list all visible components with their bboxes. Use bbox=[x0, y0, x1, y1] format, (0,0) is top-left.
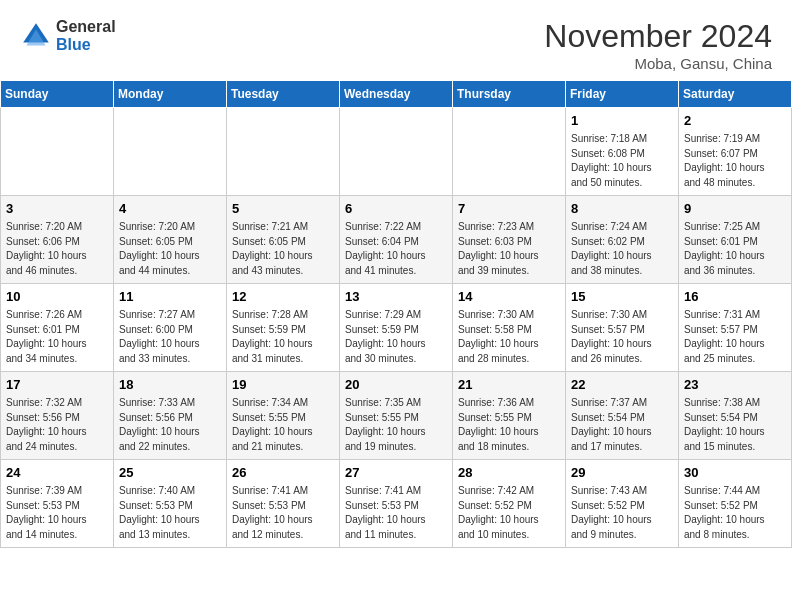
day-info: Sunrise: 7:32 AM Sunset: 5:56 PM Dayligh… bbox=[6, 396, 108, 454]
weekday-header: Wednesday bbox=[340, 81, 453, 108]
day-number: 27 bbox=[345, 464, 447, 482]
calendar-day-cell bbox=[114, 108, 227, 196]
page-header: General Blue November 2024 Moba, Gansu, … bbox=[0, 0, 792, 80]
calendar-day-cell: 6Sunrise: 7:22 AM Sunset: 6:04 PM Daylig… bbox=[340, 196, 453, 284]
day-info: Sunrise: 7:39 AM Sunset: 5:53 PM Dayligh… bbox=[6, 484, 108, 542]
day-number: 25 bbox=[119, 464, 221, 482]
calendar-day-cell bbox=[1, 108, 114, 196]
day-number: 10 bbox=[6, 288, 108, 306]
calendar-table: SundayMondayTuesdayWednesdayThursdayFrid… bbox=[0, 80, 792, 548]
day-number: 15 bbox=[571, 288, 673, 306]
day-info: Sunrise: 7:35 AM Sunset: 5:55 PM Dayligh… bbox=[345, 396, 447, 454]
day-info: Sunrise: 7:26 AM Sunset: 6:01 PM Dayligh… bbox=[6, 308, 108, 366]
calendar-day-cell: 12Sunrise: 7:28 AM Sunset: 5:59 PM Dayli… bbox=[227, 284, 340, 372]
day-info: Sunrise: 7:38 AM Sunset: 5:54 PM Dayligh… bbox=[684, 396, 786, 454]
day-number: 11 bbox=[119, 288, 221, 306]
weekday-header: Tuesday bbox=[227, 81, 340, 108]
calendar-day-cell: 28Sunrise: 7:42 AM Sunset: 5:52 PM Dayli… bbox=[453, 460, 566, 548]
calendar-day-cell: 9Sunrise: 7:25 AM Sunset: 6:01 PM Daylig… bbox=[679, 196, 792, 284]
day-info: Sunrise: 7:43 AM Sunset: 5:52 PM Dayligh… bbox=[571, 484, 673, 542]
day-number: 9 bbox=[684, 200, 786, 218]
calendar-day-cell: 29Sunrise: 7:43 AM Sunset: 5:52 PM Dayli… bbox=[566, 460, 679, 548]
day-number: 4 bbox=[119, 200, 221, 218]
day-info: Sunrise: 7:41 AM Sunset: 5:53 PM Dayligh… bbox=[232, 484, 334, 542]
calendar-day-cell: 8Sunrise: 7:24 AM Sunset: 6:02 PM Daylig… bbox=[566, 196, 679, 284]
day-info: Sunrise: 7:37 AM Sunset: 5:54 PM Dayligh… bbox=[571, 396, 673, 454]
calendar-day-cell: 10Sunrise: 7:26 AM Sunset: 6:01 PM Dayli… bbox=[1, 284, 114, 372]
calendar-header-row: SundayMondayTuesdayWednesdayThursdayFrid… bbox=[1, 81, 792, 108]
calendar-day-cell: 20Sunrise: 7:35 AM Sunset: 5:55 PM Dayli… bbox=[340, 372, 453, 460]
day-number: 26 bbox=[232, 464, 334, 482]
day-info: Sunrise: 7:28 AM Sunset: 5:59 PM Dayligh… bbox=[232, 308, 334, 366]
calendar-day-cell: 14Sunrise: 7:30 AM Sunset: 5:58 PM Dayli… bbox=[453, 284, 566, 372]
day-info: Sunrise: 7:19 AM Sunset: 6:07 PM Dayligh… bbox=[684, 132, 786, 190]
day-number: 13 bbox=[345, 288, 447, 306]
calendar-day-cell: 19Sunrise: 7:34 AM Sunset: 5:55 PM Dayli… bbox=[227, 372, 340, 460]
calendar-day-cell bbox=[453, 108, 566, 196]
day-number: 12 bbox=[232, 288, 334, 306]
weekday-header: Sunday bbox=[1, 81, 114, 108]
day-info: Sunrise: 7:41 AM Sunset: 5:53 PM Dayligh… bbox=[345, 484, 447, 542]
day-number: 3 bbox=[6, 200, 108, 218]
day-number: 17 bbox=[6, 376, 108, 394]
calendar-day-cell: 7Sunrise: 7:23 AM Sunset: 6:03 PM Daylig… bbox=[453, 196, 566, 284]
calendar-day-cell: 5Sunrise: 7:21 AM Sunset: 6:05 PM Daylig… bbox=[227, 196, 340, 284]
logo-blue-text: Blue bbox=[56, 36, 116, 54]
title-block: November 2024 Moba, Gansu, China bbox=[544, 18, 772, 72]
calendar-week-row: 17Sunrise: 7:32 AM Sunset: 5:56 PM Dayli… bbox=[1, 372, 792, 460]
day-info: Sunrise: 7:31 AM Sunset: 5:57 PM Dayligh… bbox=[684, 308, 786, 366]
calendar-day-cell: 22Sunrise: 7:37 AM Sunset: 5:54 PM Dayli… bbox=[566, 372, 679, 460]
day-info: Sunrise: 7:33 AM Sunset: 5:56 PM Dayligh… bbox=[119, 396, 221, 454]
logo: General Blue bbox=[20, 18, 116, 53]
calendar-day-cell: 3Sunrise: 7:20 AM Sunset: 6:06 PM Daylig… bbox=[1, 196, 114, 284]
day-info: Sunrise: 7:21 AM Sunset: 6:05 PM Dayligh… bbox=[232, 220, 334, 278]
day-info: Sunrise: 7:23 AM Sunset: 6:03 PM Dayligh… bbox=[458, 220, 560, 278]
calendar-week-row: 1Sunrise: 7:18 AM Sunset: 6:08 PM Daylig… bbox=[1, 108, 792, 196]
day-info: Sunrise: 7:18 AM Sunset: 6:08 PM Dayligh… bbox=[571, 132, 673, 190]
day-number: 18 bbox=[119, 376, 221, 394]
calendar-day-cell: 23Sunrise: 7:38 AM Sunset: 5:54 PM Dayli… bbox=[679, 372, 792, 460]
month-title: November 2024 bbox=[544, 18, 772, 55]
day-number: 28 bbox=[458, 464, 560, 482]
weekday-header: Thursday bbox=[453, 81, 566, 108]
weekday-header: Monday bbox=[114, 81, 227, 108]
calendar-week-row: 10Sunrise: 7:26 AM Sunset: 6:01 PM Dayli… bbox=[1, 284, 792, 372]
calendar-day-cell: 17Sunrise: 7:32 AM Sunset: 5:56 PM Dayli… bbox=[1, 372, 114, 460]
day-number: 20 bbox=[345, 376, 447, 394]
calendar-day-cell: 18Sunrise: 7:33 AM Sunset: 5:56 PM Dayli… bbox=[114, 372, 227, 460]
calendar-day-cell: 1Sunrise: 7:18 AM Sunset: 6:08 PM Daylig… bbox=[566, 108, 679, 196]
calendar-day-cell: 30Sunrise: 7:44 AM Sunset: 5:52 PM Dayli… bbox=[679, 460, 792, 548]
day-info: Sunrise: 7:22 AM Sunset: 6:04 PM Dayligh… bbox=[345, 220, 447, 278]
day-number: 30 bbox=[684, 464, 786, 482]
day-number: 1 bbox=[571, 112, 673, 130]
day-number: 21 bbox=[458, 376, 560, 394]
calendar-day-cell: 24Sunrise: 7:39 AM Sunset: 5:53 PM Dayli… bbox=[1, 460, 114, 548]
day-info: Sunrise: 7:42 AM Sunset: 5:52 PM Dayligh… bbox=[458, 484, 560, 542]
calendar-day-cell: 13Sunrise: 7:29 AM Sunset: 5:59 PM Dayli… bbox=[340, 284, 453, 372]
day-number: 24 bbox=[6, 464, 108, 482]
day-number: 22 bbox=[571, 376, 673, 394]
location-text: Moba, Gansu, China bbox=[544, 55, 772, 72]
day-number: 19 bbox=[232, 376, 334, 394]
calendar-day-cell bbox=[227, 108, 340, 196]
day-number: 8 bbox=[571, 200, 673, 218]
logo-general-text: General bbox=[56, 18, 116, 36]
day-number: 2 bbox=[684, 112, 786, 130]
day-number: 29 bbox=[571, 464, 673, 482]
calendar-day-cell: 21Sunrise: 7:36 AM Sunset: 5:55 PM Dayli… bbox=[453, 372, 566, 460]
calendar-day-cell: 16Sunrise: 7:31 AM Sunset: 5:57 PM Dayli… bbox=[679, 284, 792, 372]
day-info: Sunrise: 7:30 AM Sunset: 5:58 PM Dayligh… bbox=[458, 308, 560, 366]
day-info: Sunrise: 7:27 AM Sunset: 6:00 PM Dayligh… bbox=[119, 308, 221, 366]
calendar-day-cell bbox=[340, 108, 453, 196]
calendar-day-cell: 26Sunrise: 7:41 AM Sunset: 5:53 PM Dayli… bbox=[227, 460, 340, 548]
day-info: Sunrise: 7:40 AM Sunset: 5:53 PM Dayligh… bbox=[119, 484, 221, 542]
day-number: 7 bbox=[458, 200, 560, 218]
day-info: Sunrise: 7:34 AM Sunset: 5:55 PM Dayligh… bbox=[232, 396, 334, 454]
day-info: Sunrise: 7:29 AM Sunset: 5:59 PM Dayligh… bbox=[345, 308, 447, 366]
calendar-day-cell: 25Sunrise: 7:40 AM Sunset: 5:53 PM Dayli… bbox=[114, 460, 227, 548]
calendar-day-cell: 15Sunrise: 7:30 AM Sunset: 5:57 PM Dayli… bbox=[566, 284, 679, 372]
day-info: Sunrise: 7:20 AM Sunset: 6:05 PM Dayligh… bbox=[119, 220, 221, 278]
day-info: Sunrise: 7:30 AM Sunset: 5:57 PM Dayligh… bbox=[571, 308, 673, 366]
day-info: Sunrise: 7:20 AM Sunset: 6:06 PM Dayligh… bbox=[6, 220, 108, 278]
weekday-header: Saturday bbox=[679, 81, 792, 108]
